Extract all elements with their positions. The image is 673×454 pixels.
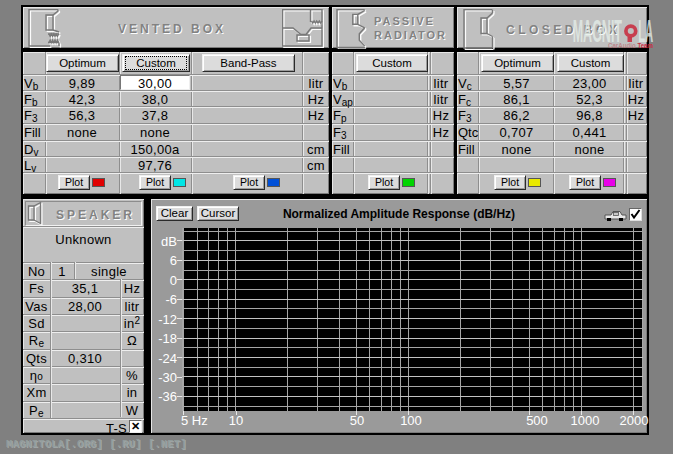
svg-text:CarAudio Team: CarAudio Team — [608, 41, 653, 50]
